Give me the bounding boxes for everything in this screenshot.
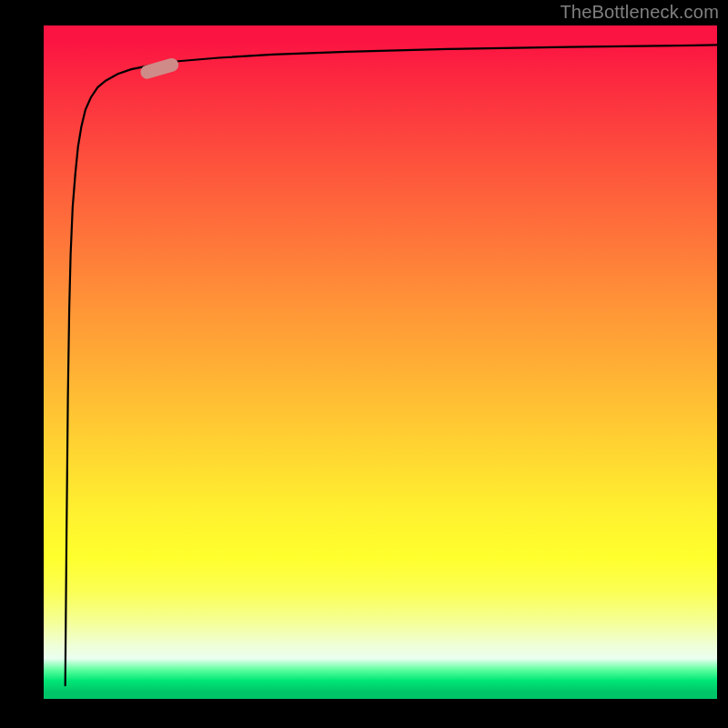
- curve-marker: [139, 56, 180, 80]
- watermark-text: TheBottleneck.com: [560, 2, 719, 23]
- plot-area: [44, 25, 717, 699]
- curve-layer: [44, 25, 717, 699]
- chart-stage: TheBottleneck.com: [0, 0, 728, 728]
- bottleneck-curve: [66, 45, 717, 685]
- svg-rect-0: [139, 56, 180, 80]
